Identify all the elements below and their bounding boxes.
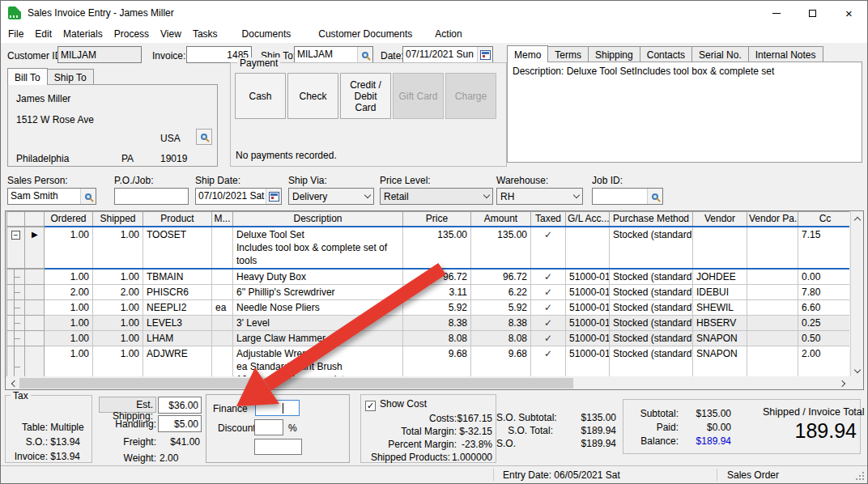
col-header-purchase-method[interactable]: Purchase Method: [610, 212, 693, 227]
menu-item[interactable]: Edit: [29, 26, 57, 42]
table-row[interactable]: − ▶ 1.00 1.00 TBMAIN Heavy Duty Box 96.7…: [7, 269, 850, 285]
cell-price[interactable]: 9.68: [403, 346, 471, 376]
table-row[interactable]: − ▶ 1.00 1.00 LEVEL3 3' Level 8.38 8.38 …: [7, 315, 850, 330]
scroll-down-icon[interactable]: [853, 367, 860, 373]
handling-field[interactable]: [158, 415, 202, 432]
cell-taxed[interactable]: ✓: [531, 315, 566, 330]
scroll-left-button[interactable]: [6, 381, 19, 386]
table-row[interactable]: − ▶ 1.00 1.00 LHAM Large Claw Hammer 8.0…: [7, 330, 850, 346]
sales-person-lookup-button[interactable]: [80, 189, 96, 204]
cell-cc[interactable]: 0.25: [798, 315, 850, 330]
horizontal-scroll-thumb[interactable]: [19, 378, 573, 388]
job-id-field[interactable]: [592, 188, 663, 205]
cell-ordered[interactable]: 1.00: [45, 227, 93, 269]
po-job-field[interactable]: [114, 188, 189, 205]
cell-shipped[interactable]: 1.00: [93, 346, 143, 376]
cell-m[interactable]: [212, 269, 233, 285]
cell-description[interactable]: Large Claw Hammer: [233, 330, 403, 346]
cell-description[interactable]: Adjustable Wrench ea Standard Paint Brus…: [233, 346, 403, 376]
table-row[interactable]: − ▶ 1.00 1.00 NEEPLI2 ea Needle Nose Pli…: [7, 299, 850, 315]
cell-m[interactable]: ea: [212, 299, 233, 315]
cell-cc[interactable]: 6.60: [798, 299, 850, 315]
cell-purchase-method[interactable]: Stocked (standard): [610, 299, 693, 315]
cell-product[interactable]: TOOSET: [143, 227, 212, 269]
cell-cc[interactable]: 0.00: [798, 269, 850, 285]
cell-shipped[interactable]: 1.00: [93, 269, 143, 285]
cell-shipped[interactable]: 1.00: [93, 227, 143, 269]
row-selector-cell[interactable]: ▶: [25, 299, 45, 315]
address-tab[interactable]: Ship To: [47, 69, 94, 85]
table-row[interactable]: − ▶ 1.00 1.00 TOOSET Deluxe Tool Set Inc…: [7, 227, 850, 269]
tree-cell[interactable]: −: [7, 330, 25, 346]
cell-vendor[interactable]: SNAPON: [693, 346, 747, 376]
est-shipping-label[interactable]: Est. Shipping:: [99, 397, 156, 413]
memo-tab[interactable]: Contacts: [640, 46, 692, 62]
payment-button[interactable]: Gift Card: [393, 73, 444, 119]
ship-to-lookup-button[interactable]: [357, 47, 372, 62]
cell-purchase-method[interactable]: Stocked (standard): [610, 330, 693, 346]
col-header-shipped[interactable]: Shipped: [93, 212, 143, 227]
cell-description[interactable]: Deluxe Tool Set Includes tool box & comp…: [233, 227, 403, 269]
col-header-description[interactable]: Description: [233, 212, 403, 227]
cell-shipped[interactable]: 1.00: [93, 299, 143, 315]
col-header-m[interactable]: M...: [212, 212, 233, 227]
minimize-button[interactable]: [758, 1, 794, 25]
menu-item[interactable]: Action: [429, 26, 467, 42]
cell-price[interactable]: 96.72: [403, 269, 471, 285]
cell-vendor-pa[interactable]: [747, 299, 798, 315]
cell-price[interactable]: 135.00: [403, 227, 471, 269]
row-selector-cell[interactable]: ▶: [25, 315, 45, 330]
cell-amount[interactable]: 8.08: [471, 330, 531, 346]
cell-description[interactable]: 6'' Phillip's Screwdriver: [233, 284, 403, 299]
cell-vendor[interactable]: SHEWIL: [693, 299, 747, 315]
cell-purchase-method[interactable]: Stocked (standard): [610, 346, 693, 376]
row-selector-cell[interactable]: ▶: [25, 346, 45, 376]
cell-cc[interactable]: 7.15: [798, 227, 850, 269]
price-level-select[interactable]: Retail: [380, 188, 493, 205]
cell-m[interactable]: [212, 346, 233, 376]
scroll-up-icon[interactable]: [853, 217, 860, 223]
cell-amount[interactable]: 6.22: [471, 284, 531, 299]
cell-cc[interactable]: 2.00: [798, 346, 850, 376]
col-header-vendor-pa[interactable]: Vendor Pa...: [747, 212, 798, 227]
table-row[interactable]: − ▶ 2.00 2.00 PHISCR6 6'' Phillip's Scre…: [7, 284, 850, 299]
tree-cell[interactable]: −: [7, 315, 25, 330]
menu-item[interactable]: Process: [108, 26, 155, 42]
ship-date-picker-button[interactable]: [266, 189, 281, 204]
cell-purchase-method[interactable]: Stocked (standard): [610, 227, 693, 269]
customer-id-field[interactable]: [57, 46, 142, 63]
cell-taxed[interactable]: ✓: [531, 227, 566, 269]
col-header-cc[interactable]: Cc: [798, 212, 850, 227]
ship-to-field[interactable]: MILJAM: [294, 46, 373, 63]
table-row[interactable]: − ▶ 1.00 1.00 ADJWRE Adjustable Wrench e…: [7, 346, 850, 376]
cell-amount[interactable]: 96.72: [471, 269, 531, 285]
cell-ordered[interactable]: 1.00: [45, 299, 93, 315]
tree-collapse-icon[interactable]: −: [11, 231, 20, 240]
menu-item[interactable]: File: [2, 26, 29, 42]
cell-taxed[interactable]: ✓: [531, 284, 566, 299]
cell-m[interactable]: [212, 227, 233, 269]
cell-taxed[interactable]: ✓: [531, 269, 566, 285]
memo-tab[interactable]: Internal Notes: [748, 46, 823, 62]
cell-amount[interactable]: 9.68: [471, 346, 531, 376]
cell-gl-account[interactable]: 51000-010: [566, 346, 610, 376]
cell-m[interactable]: [212, 315, 233, 330]
cell-gl-account[interactable]: [566, 227, 610, 269]
cell-vendor-pa[interactable]: [747, 227, 798, 269]
cell-product[interactable]: PHISCR6: [143, 284, 212, 299]
col-header-product[interactable]: Product: [143, 212, 212, 227]
cell-amount[interactable]: 135.00: [471, 227, 531, 269]
menu-item[interactable]: Materials: [57, 26, 108, 42]
cell-shipped[interactable]: 2.00: [93, 284, 143, 299]
cell-taxed[interactable]: ✓: [531, 346, 566, 376]
discount-amount-input[interactable]: [254, 439, 302, 455]
cell-vendor-pa[interactable]: [747, 315, 798, 330]
discount-input[interactable]: [254, 419, 283, 435]
tree-cell[interactable]: −: [7, 346, 25, 376]
tree-cell[interactable]: −: [7, 269, 25, 285]
address-tab[interactable]: Bill To: [7, 68, 48, 85]
cell-price[interactable]: 5.92: [403, 299, 471, 315]
row-selector-cell[interactable]: ▶: [25, 330, 45, 346]
cell-description[interactable]: Heavy Duty Box: [233, 269, 403, 285]
cell-price[interactable]: 3.11: [403, 284, 471, 299]
